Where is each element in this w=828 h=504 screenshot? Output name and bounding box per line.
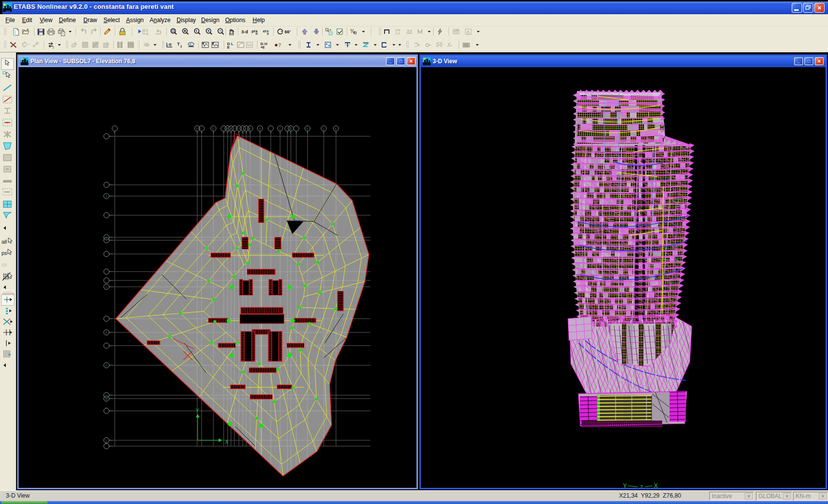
svg-text:+E: +E xyxy=(260,46,265,49)
svg-text:T: T xyxy=(177,42,180,47)
svg-text:J: J xyxy=(323,127,325,130)
svg-text:B: B xyxy=(105,397,108,401)
svg-text:G: G xyxy=(48,28,50,31)
svg-text:3: 3 xyxy=(105,195,107,198)
svg-text:clr: clr xyxy=(1,262,7,268)
svg-text:9: 9 xyxy=(105,236,107,239)
svg-text:6: 6 xyxy=(227,127,229,130)
svg-text:Y: Y xyxy=(623,482,627,488)
svg-text:1: 1 xyxy=(52,46,54,49)
svg-text:A: A xyxy=(466,29,470,34)
svg-text:E: E xyxy=(75,42,77,45)
svg-text:pl: pl xyxy=(252,29,255,33)
svg-text:v: v xyxy=(267,32,269,35)
svg-text:2: 2 xyxy=(105,285,107,289)
svg-text:?: ? xyxy=(278,43,281,48)
svg-text:n: n xyxy=(256,32,258,35)
svg-text:I: I xyxy=(181,44,182,49)
svg-text:v: v xyxy=(144,42,145,45)
svg-text:all: all xyxy=(1,239,7,245)
svg-text:C: C xyxy=(279,127,282,130)
svg-text:5: 5 xyxy=(212,127,214,130)
svg-text:9: 9 xyxy=(259,127,261,130)
svg-text:ps: ps xyxy=(1,250,7,256)
svg-text:K: K xyxy=(335,127,337,130)
svg-text:E: E xyxy=(169,43,172,47)
svg-text:8: 8 xyxy=(105,331,107,334)
svg-text:E: E xyxy=(227,45,230,50)
svg-text:z: z xyxy=(640,483,643,488)
svg-text:L: L xyxy=(231,42,233,46)
svg-text:7: 7 xyxy=(238,127,240,130)
svg-text:E: E xyxy=(307,127,309,130)
svg-text:X: X xyxy=(654,482,658,488)
svg-text:Y: Y xyxy=(196,408,199,413)
svg-text:el: el xyxy=(263,29,266,33)
svg-text:X: X xyxy=(225,439,229,445)
svg-text:3-d: 3-d xyxy=(241,29,248,34)
svg-text:1: 1 xyxy=(105,439,107,442)
svg-text:D: D xyxy=(290,127,292,130)
svg-text:8: 8 xyxy=(249,127,251,130)
svg-text:4: 4 xyxy=(196,127,198,130)
svg-text:H: H xyxy=(264,42,267,46)
svg-text:66’: 66’ xyxy=(285,29,291,34)
svg-text:6: 6 xyxy=(105,364,107,367)
